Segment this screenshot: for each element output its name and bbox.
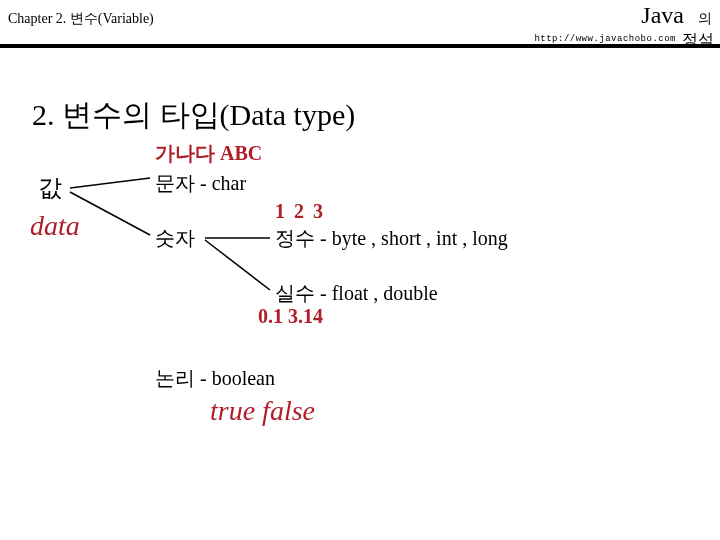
handwriting-abc: 가나다 ABC (155, 140, 262, 167)
integer-type-line: 정수 - byte , short , int , long (275, 225, 508, 252)
java-title: Java (641, 2, 684, 29)
svg-line-3 (205, 240, 270, 290)
svg-line-0 (70, 178, 150, 188)
value-label: 값 (38, 172, 62, 204)
boolean-type-line: 논리 - boolean (155, 365, 275, 392)
char-type-line: 문자 - char (155, 170, 246, 197)
chapter-label: Chapter 2. 변수(Variable) (8, 10, 154, 28)
number-label: 숫자 (155, 225, 195, 252)
real-type-line: 실수 - float , double (275, 280, 438, 307)
eui-label: 의 (698, 10, 712, 28)
jeongseok-label: 정석 (682, 30, 714, 51)
svg-line-1 (70, 192, 150, 235)
handwriting-123: 1 2 3 (275, 200, 325, 223)
handwriting-truefalse: true false (210, 395, 315, 427)
url-text: http://www.javachobo.com (534, 34, 676, 44)
section-title: 2. 변수의 타입(Data type) (32, 95, 355, 136)
handwriting-data: data (30, 210, 80, 242)
connector-lines (0, 0, 720, 540)
handwriting-decimals: 0.1 3.14 (258, 305, 323, 328)
